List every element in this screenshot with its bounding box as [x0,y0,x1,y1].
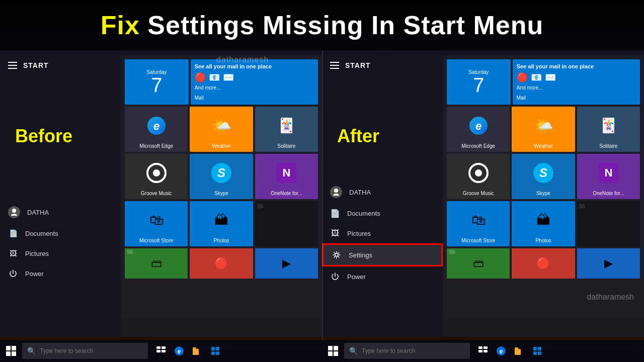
tile-green1[interactable]: S6 🗃 [125,248,188,279]
right-tile-red1[interactable]: 🔴 [512,248,575,279]
left-taskbar: 🔍 e [0,340,322,362]
right-explorer-taskbar-icon[interactable] [511,343,527,359]
svg-rect-17 [193,349,199,355]
tile-groove[interactable]: Groove Music [125,154,188,199]
svg-rect-27 [478,346,482,349]
sidebar-documents-label: Documents [25,230,58,237]
right-search-bar[interactable]: 🔍 [344,343,470,359]
left-store-taskbar-icon[interactable] [207,343,223,359]
right-edge-label: Microsoft Edge [461,143,495,149]
right-tile-edge[interactable]: e Microsoft Edge [447,107,510,152]
tile-edge[interactable]: e Microsoft Edge [125,107,188,152]
tile-red1[interactable]: 🔴 [190,248,253,279]
sidebar-item-documents[interactable]: 📄 Documents [0,223,121,243]
solitaire-label: Solitaire [277,143,295,149]
mail-and-more: And more... [195,85,221,90]
right-document-icon: 📄 [330,208,340,218]
right-tile-mail[interactable]: See all your mail in one place 🔴 📧 ✉️ An… [513,59,640,105]
right-solitaire-icon-area: 🃏 [580,110,637,141]
right-tile-calendar[interactable]: Saturday 7 [447,59,511,105]
right-panel: After datharamesh START DATHA [322,50,644,342]
weather-icon-area: 🌤️ [193,110,250,141]
right-sidebar-item-documents[interactable]: 📄 Documents [322,203,443,223]
title-bar: Fix Settings Missing In Start Menu [0,0,644,50]
right-taskbar-icons: e [475,343,545,359]
tile-skype[interactable]: S Skype [190,154,253,199]
right-tiles-row-4: 🛍 Microsoft Store 🏔 Photos S6 [447,201,640,246]
start-label: START [23,61,49,69]
right-win-button[interactable] [322,340,344,362]
right-tile-photos[interactable]: 🏔 Photos [512,201,575,246]
svg-rect-35 [533,347,537,350]
right-sidebar-item-power[interactable]: Power [322,266,443,287]
svg-rect-25 [328,351,333,356]
user-avatar [8,206,20,218]
right-skype-icon-area: S [515,157,572,189]
tile-calendar[interactable]: Saturday 7 [125,59,189,105]
tiles-row-5: S6 🗃 🔴 ▶ [125,248,318,279]
right-tiles-row-2: e Microsoft Edge 🌤️ Weather 🃏 Solitaire [447,107,640,152]
right-taskview-icon[interactable] [475,343,491,359]
right-tile-solitaire[interactable]: 🃏 Solitaire [577,107,640,152]
tile-mail[interactable]: See all your mail in one place 🔴 📧 ✉️ An… [191,59,318,105]
right-taskbar: 🔍 e [322,340,644,362]
left-taskview-icon[interactable] [153,343,169,359]
svg-rect-20 [216,347,219,350]
right-tile-empty: S6 [577,201,640,246]
svg-rect-18 [193,347,196,349]
right-tile-weather[interactable]: 🌤️ Weather [512,107,575,152]
right-tiles-row-5: S6 🗃 🔴 ▶ [447,248,640,279]
right-calendar-day-num: 7 [473,75,484,95]
tile-onenote[interactable]: N OneNote for... [255,154,318,199]
left-explorer-taskbar-icon[interactable] [189,343,205,359]
tile-solitaire[interactable]: 🃏 Solitaire [255,107,318,152]
right-tile-store[interactable]: 🛍 Microsoft Store [447,201,510,246]
photos-icon-area: 🏔 [193,204,250,236]
tile-photos[interactable]: 🏔 Photos [190,201,253,246]
right-tile-green1[interactable]: S6 🗃 [447,248,510,279]
sidebar-item-user[interactable]: DATHA [0,201,121,223]
sidebar-item-pictures[interactable]: 🖼 Pictures [0,243,121,263]
page-title: Fix Settings Missing In Start Menu [101,10,544,40]
right-search-input[interactable] [362,347,465,354]
panel-divider [322,50,323,342]
right-settings-icon [332,250,342,260]
right-store-taskbar-icon[interactable] [529,343,545,359]
tile-store[interactable]: 🛍 Microsoft Store [125,201,188,246]
photos-label: Photos [213,238,229,243]
tile-empty: S6 [255,201,318,246]
right-tile-blue1[interactable]: ▶ [577,248,640,279]
right-hamburger-menu[interactable] [330,62,339,69]
right-sidebar-item-pictures[interactable]: 🖼 Pictures [322,223,443,243]
document-icon: 📄 [8,228,18,238]
tiles-row-1: Saturday 7 See all your mail in one plac… [125,59,318,105]
left-search-input[interactable] [40,347,143,354]
right-tile-groove[interactable]: Groove Music [447,154,510,199]
right-sidebar-item-settings[interactable]: Settings [322,243,443,266]
svg-rect-11 [156,346,160,349]
tile-blue1[interactable]: ▶ [255,248,318,279]
left-search-bar[interactable]: 🔍 [22,343,148,359]
svg-point-3 [334,189,338,193]
right-edge-taskbar-icon[interactable]: e [493,343,509,359]
left-edge-taskbar-icon[interactable]: e [171,343,187,359]
groove-icon-area [128,157,185,189]
svg-rect-14 [162,350,166,352]
right-sidebar-item-user[interactable]: DATHA [322,181,443,203]
right-tile-onenote[interactable]: N OneNote for... [577,154,640,199]
tile-mail-label: Mail [195,95,204,101]
hamburger-menu[interactable] [8,62,17,69]
svg-rect-29 [478,350,482,352]
right-tile-skype[interactable]: S Skype [512,154,575,199]
sidebar-item-power[interactable]: Power [0,263,121,284]
svg-rect-22 [216,351,219,355]
tile-weather[interactable]: 🌤️ Weather [190,107,253,152]
left-win-button[interactable] [0,340,22,362]
left-search-icon: 🔍 [27,347,36,355]
sidebar-pictures-label: Pictures [25,250,49,257]
right-mail-icons: 🔴 📧 ✉️ [517,72,556,83]
svg-rect-26 [334,351,338,356]
svg-rect-30 [484,350,488,352]
right-sidebar-header: START [322,55,443,75]
right-sidebar-power-label: Power [347,273,366,281]
